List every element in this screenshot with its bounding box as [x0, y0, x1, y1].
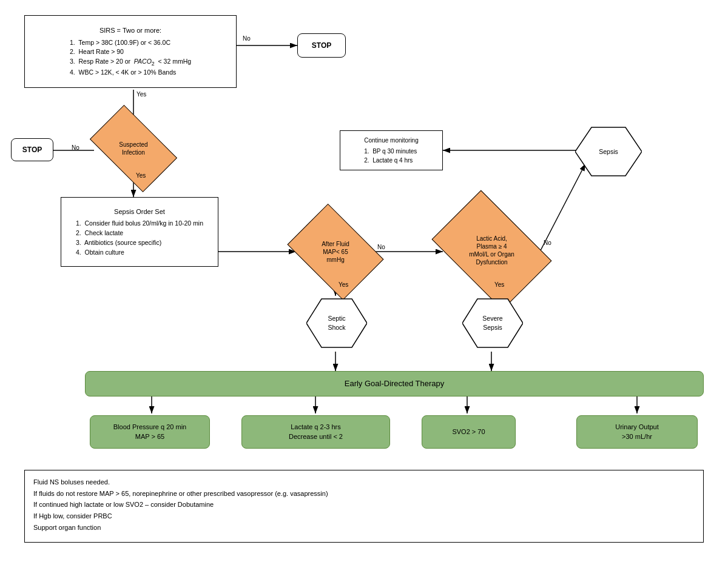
sirs-box: SIRS = Two or more: 1. Temp > 38C (100.9…	[24, 15, 237, 88]
sepsis-order-item2: 2. Check lactate	[76, 229, 203, 238]
sirs-title: SIRS = Two or more:	[70, 25, 191, 36]
lactate-box: Lactate q 2-3 hrsDecrease until < 2	[241, 415, 390, 449]
after-fluid-text: After FluidMAP< 65mmHg	[322, 240, 349, 264]
sepsis-order-item3: 3. Antibiotics (source specific)	[76, 238, 203, 248]
lactate-text: Lactate q 2-3 hrsDecrease until < 2	[289, 423, 343, 441]
svo2-box: SVO2 > 70	[422, 415, 516, 449]
stop1-box: STOP	[297, 33, 346, 58]
egdt-text: Early Goal-Directed Therapy	[345, 378, 445, 389]
notes-line5: Support organ function	[33, 522, 695, 534]
sepsis-order-item4: 4. Obtain culture	[76, 248, 203, 258]
sepsis-order-item1: 1. Consider fluid bolus 20/ml/kg in 10-2…	[76, 219, 203, 229]
after-fluid-map-diamond: After FluidMAP< 65mmHg	[296, 223, 375, 281]
suspected-infection-diamond: SuspectedInfection	[96, 124, 171, 173]
lactic-acid-text: Lactic Acid,Plasma ≥ 4mMol/L or OrganDys…	[469, 235, 514, 266]
notes-line3: If continued high lactate or low SVO2 – …	[33, 499, 695, 510]
severe-sepsis-hexagon: SevereSepsis	[462, 296, 523, 350]
no-label-fluid: No	[377, 244, 385, 250]
diagram-container: SIRS = Two or more: 1. Temp > 38C (100.9…	[0, 0, 728, 562]
notes-box: Fluid NS boluses needed. If fluids do no…	[24, 470, 704, 543]
severe-sepsis-text: SevereSepsis	[482, 314, 502, 332]
continue-monitoring-box: Continue monitoring 1. BP q 30 minutes 2…	[340, 130, 443, 170]
septic-shock-hexagon: SepticShock	[306, 296, 367, 350]
notes-line1: Fluid NS boluses needed.	[33, 477, 695, 488]
svo2-text: SVO2 > 70	[452, 427, 485, 437]
no-label-sirs: No	[243, 35, 251, 42]
sepsis-text: Sepsis	[599, 147, 618, 156]
bp-text: Blood Pressure q 20 minMAP > 65	[113, 423, 186, 441]
sepsis-order-title: Sepsis Order Set	[76, 207, 203, 217]
urinary-text: Urinary Output>30 mL/hr	[615, 423, 659, 441]
sirs-item3: 3. Resp Rate > 20 or PACO2 < 32 mmHg	[70, 57, 191, 68]
lactic-acid-diamond: Lactic Acid,Plasma ≥ 4mMol/L or OrganDys…	[442, 215, 542, 285]
suspected-infection-text: SuspectedInfection	[119, 141, 147, 156]
continue-mon-title: Continue monitoring	[364, 136, 419, 145]
sirs-item2: 2. Heart Rate > 90	[70, 47, 191, 57]
continue-mon-item1: 1. BP q 30 minutes	[364, 147, 419, 156]
sirs-item4: 4. WBC > 12K, < 4K or > 10% Bands	[70, 68, 191, 78]
septic-shock-text: SepticShock	[328, 314, 345, 332]
yes-label-suspected: Yes	[136, 172, 146, 179]
stop2-box: STOP	[11, 138, 53, 161]
notes-line2: If fluids do not restore MAP > 65, norep…	[33, 488, 695, 500]
sepsis-order-set-box: Sepsis Order Set 1. Consider fluid bolus…	[61, 197, 218, 267]
yes-label-sirs: Yes	[136, 91, 146, 98]
sepsis-hexagon: Sepsis	[575, 124, 642, 179]
notes-line4: If Hgb low, consider PRBC	[33, 510, 695, 522]
sirs-item1: 1. Temp > 38C (100.9F) or < 36.0C	[70, 38, 191, 48]
yes-label-lactic: Yes	[494, 281, 504, 288]
bp-box: Blood Pressure q 20 minMAP > 65	[90, 415, 210, 449]
no-label-suspected: No	[72, 144, 79, 151]
continue-mon-item2: 2. Lactate q 4 hrs	[364, 156, 419, 165]
no-label-lactic: No	[544, 239, 551, 246]
egdt-box: Early Goal-Directed Therapy	[85, 371, 704, 396]
urinary-box: Urinary Output>30 mL/hr	[576, 415, 698, 449]
yes-label-fluid: Yes	[339, 281, 348, 288]
